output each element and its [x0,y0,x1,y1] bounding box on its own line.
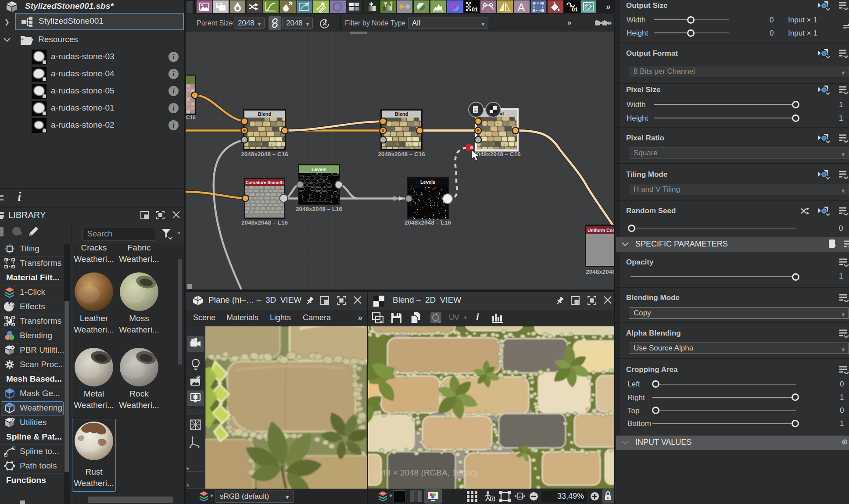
svg-text:Blend: Blend [395,111,408,117]
svg-text:Curvature Smooth: Curvature Smooth [245,180,283,185]
svg-text:2048x2048 – L16: 2048x2048 – L16 [241,219,288,226]
svg-text:2048x2048 – C16: 2048x2048 – C16 [241,151,288,157]
svg-text:2048x2048 – L16: 2048x2048 – L16 [405,219,451,226]
svg-text:1:1: 1:1 [518,495,523,499]
svg-text:Uniform Col: Uniform Col [587,228,614,233]
svg-text:2048x2048 – L16: 2048x2048 – L16 [296,206,342,212]
svg-text:2048x2048: 2048x2048 [586,268,614,275]
svg-text:2048x2048 – C16: 2048x2048 – C16 [473,151,521,157]
svg-text:C16: C16 [186,114,196,121]
svg-text:Levels: Levels [420,179,435,185]
svg-text:2048x2048 – C16: 2048x2048 – C16 [378,151,425,157]
svg-text:Blend: Blend [258,111,272,117]
svg-text:Levels: Levels [312,167,326,172]
